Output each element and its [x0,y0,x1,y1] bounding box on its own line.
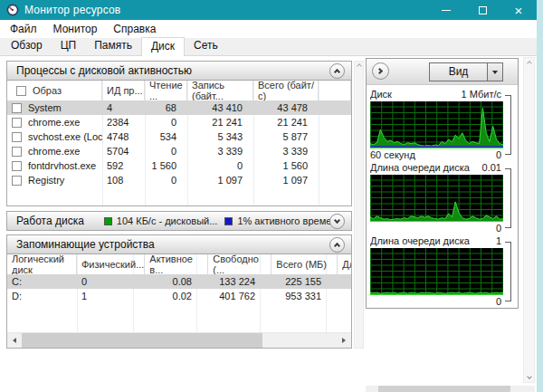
charts-area: Диск1 Мбит/с60 секунд0Длина очереди диск… [367,85,518,308]
maximize-button[interactable] [464,0,500,20]
process-total-cell: 43 478 [253,100,319,115]
process-row[interactable]: fontdrvhost.exe5921 56001 560 [7,158,351,173]
select-all-checkbox[interactable] [16,86,26,96]
collapse-processes-button[interactable] [329,63,345,79]
menu-help[interactable]: Справка [105,20,164,38]
view-dropdown-arrow[interactable] [487,63,502,81]
scroll-right-arrow-icon[interactable] [337,333,351,348]
column-header[interactable]: Логический диск [7,254,77,274]
storage-row[interactable]: C:00.08133 224225 155 [7,274,351,289]
storage-table-header: Логический дискФизический...Активное в..… [7,254,351,274]
active-time-cell: 0.08 [133,274,196,289]
storage-header: Запоминающие устройства [6,234,352,254]
scroll-up-arrow-icon[interactable] [357,63,362,69]
close-button[interactable]: × [500,0,537,20]
chevron-up-icon [334,243,340,249]
collapse-storage-button[interactable] [329,237,345,253]
empty-cell [326,274,351,289]
empty-cell [319,129,351,144]
scroll-left-arrow-icon[interactable] [7,333,22,348]
window-title: Монитор ресурсов [24,4,120,16]
chevron-down-icon [334,217,340,224]
legend-item: 1% активного време... [224,215,339,226]
chart-footer-row: 0 [370,295,501,308]
process-row[interactable]: svchost.exe (LocalSe...47485345 3435 877 [7,129,351,144]
disk-tab-content: Процессы с дисковой активностью ОбразИД … [0,56,537,392]
empty-cell [319,144,351,158]
column-header[interactable]: Всего (байт/с) [253,81,319,100]
total-space-cell: 225 155 [260,274,326,289]
chart-footer-label: 60 секунд [370,148,415,161]
tab-cpu[interactable]: ЦП [52,37,86,55]
scroll-up-arrow-icon[interactable] [527,61,532,66]
tab-memory[interactable]: Память [85,37,141,55]
chart-label-row: Диск1 Мбит/с [370,89,501,101]
menu-monitor[interactable]: Монитор [45,20,106,38]
scrollbar-thumb[interactable] [378,386,510,392]
process-row[interactable]: chrome.exe2384021 24121 241 [7,115,351,129]
chart-min-label: 0 [496,148,501,161]
outer-vscrollbar[interactable] [523,57,535,383]
minimize-button[interactable] [428,0,464,20]
minimize-icon [442,10,451,11]
column-header[interactable]: Образ [7,81,102,100]
process-name-cell: svchost.exe (LocalSe... [7,129,102,144]
empty-cell [326,289,351,303]
tab-network[interactable]: Сеть [185,37,227,55]
title-bar: Монитор ресурсов × [0,0,537,20]
chart-footer-row: 60 секунд0 [370,148,501,161]
process-checkbox[interactable] [12,103,22,113]
process-read-cell: 0 [145,115,187,129]
column-header-label: Чтение ... [149,81,186,101]
expand-disk-work-button[interactable] [329,214,345,229]
window-controls: × [428,0,537,20]
process-row[interactable]: System46843 41043 478 [7,100,351,115]
process-read-cell: 1 560 [145,158,187,173]
graphs-toolbar: Вид [367,59,518,85]
process-pid-cell: 108 [102,173,145,187]
process-pid-cell: 2384 [102,115,145,129]
process-checkbox[interactable] [12,176,22,186]
process-checkbox[interactable] [12,132,22,142]
process-read-cell: 0 [145,173,187,187]
process-checkbox[interactable] [12,161,22,171]
outer-hscrollbar[interactable] [366,386,535,392]
section-storage: Запоминающие устройства Логический дискФ… [6,234,352,349]
total-space-cell: 953 331 [260,289,326,303]
physical-disk-cell: 1 [77,289,133,303]
column-header-label: ИД пр... [107,85,143,96]
column-header[interactable]: Свободно (... [208,254,272,274]
process-pid-cell: 4748 [102,129,145,144]
left-pane-vscrollbar[interactable] [354,61,364,349]
scroll-down-arrow-icon[interactable] [527,374,532,379]
column-header[interactable]: Дл [338,254,352,274]
menu-bar: ФайлМониторСправка [0,20,537,38]
storage-title: Запоминающие устройства [16,238,155,251]
process-checkbox[interactable] [12,147,22,157]
scrollbar-thumb[interactable] [22,333,262,348]
column-header[interactable]: Всего (МБ) [272,254,338,274]
view-button[interactable]: Вид [429,62,503,81]
empty-cell [319,115,351,129]
tab-disk[interactable]: Диск [141,37,185,56]
storage-row[interactable]: D:10.02401 762953 331 [7,289,351,303]
chart-title: Диск [370,89,392,101]
active-time-swatch [224,217,233,225]
menu-file[interactable]: Файл [2,20,45,38]
column-header[interactable]: Запись (байт... [187,81,253,100]
expand-panel-button[interactable] [372,62,389,80]
process-name-cell: chrome.exe [7,144,102,158]
process-name: svchost.exe (LocalSe... [28,131,102,142]
section-disk-work: Работа диска 104 КБ/с - дисковый...1% ак… [6,211,352,232]
process-row[interactable]: Registry10801 0971 097 [7,173,351,187]
column-header[interactable]: Чтение ... [145,81,187,100]
process-checkbox[interactable] [12,118,22,128]
column-header[interactable]: Активное в... [145,254,208,274]
process-write-cell: 43 410 [187,100,253,115]
tab-bar: ОбзорЦППамятьДискСеть [0,38,537,56]
process-row[interactable]: chrome.exe570403 3393 339 [7,144,351,158]
storage-hscrollbar[interactable] [7,332,351,348]
tab-overview[interactable]: Обзор [2,37,52,55]
column-header[interactable]: Физический... [77,254,145,274]
column-header[interactable]: ИД пр... [102,81,145,100]
